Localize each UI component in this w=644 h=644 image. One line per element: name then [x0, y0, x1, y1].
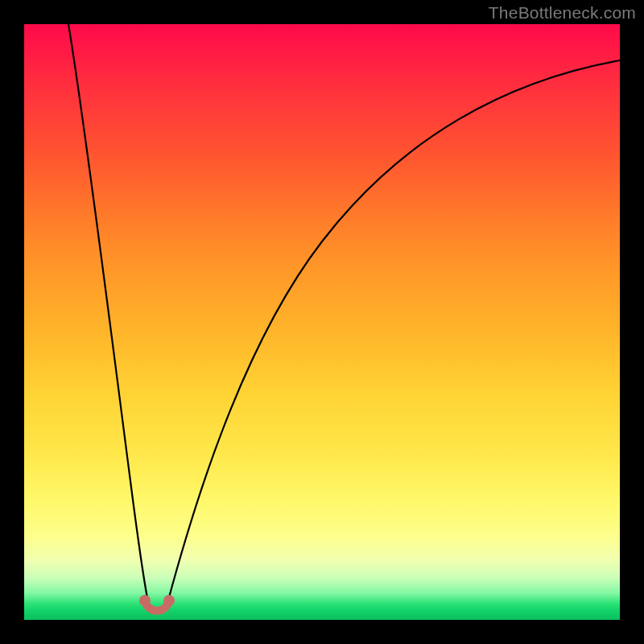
chart-frame: TheBottleneck.com: [0, 0, 644, 644]
plot-area: [24, 24, 620, 620]
highlight-markers: [139, 595, 175, 611]
curve-right-branch: [167, 60, 620, 606]
left-dot-icon: [139, 595, 151, 606]
bottleneck-curve: [24, 24, 620, 620]
curve-left-branch: [68, 24, 149, 606]
right-dot-icon: [163, 595, 175, 606]
watermark-label: TheBottleneck.com: [489, 3, 636, 23]
